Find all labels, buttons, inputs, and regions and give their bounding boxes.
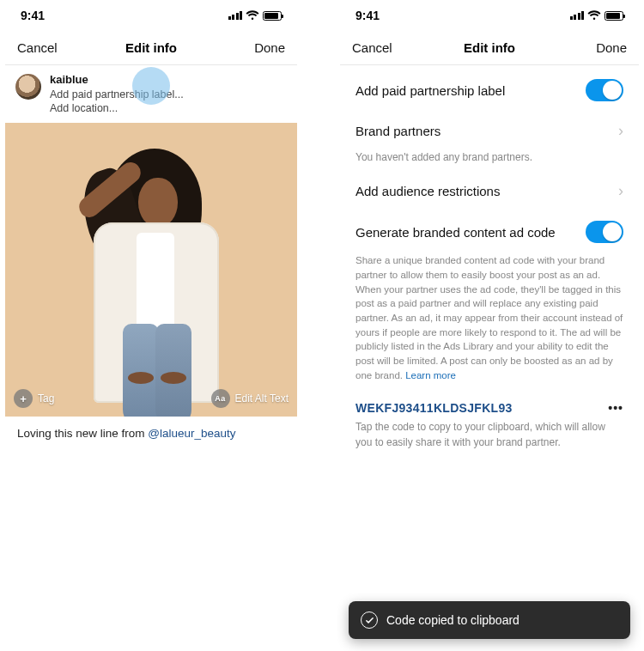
caption-mention[interactable]: @lalueur_beauty [148, 427, 235, 440]
status-time: 9:41 [355, 9, 380, 22]
generate-code-label: Generate branded content ad code [355, 225, 556, 240]
status-bar: 9:41 [340, 0, 639, 31]
generate-code-toggle[interactable] [586, 221, 623, 243]
caption[interactable]: Loving this new line from @lalueur_beaut… [5, 417, 297, 450]
more-icon[interactable]: ••• [608, 401, 623, 415]
brand-partners-hint: You haven't added any brand partners. [340, 150, 639, 172]
toast-text: Code copied to clipboard [386, 613, 519, 627]
phone-left: 9:41 Cancel Edit info Done kaiblue Add p… [5, 0, 297, 646]
battery-icon [605, 11, 623, 21]
wifi-icon [587, 10, 601, 21]
learn-more-link[interactable]: Learn more [405, 370, 456, 380]
paid-partnership-link[interactable]: Add paid partnership label... [50, 88, 184, 102]
ad-code[interactable]: WEKFJ93411KLDSJFKL93 [355, 401, 513, 415]
audience-restrictions-row[interactable]: Add audience restrictions › [340, 172, 639, 210]
alt-text-label: Edit Alt Text [235, 392, 289, 405]
settings-list: Add paid partnership label Brand partner… [340, 65, 639, 457]
tag-button[interactable]: + Tag [14, 389, 54, 408]
avatar[interactable] [15, 74, 41, 100]
photo-subject [52, 140, 250, 417]
toast: Code copied to clipboard [349, 601, 630, 639]
ad-code-hint: Tap the code to copy to your clipboard, … [340, 420, 639, 457]
status-bar: 9:41 [5, 0, 297, 31]
status-icons [570, 10, 624, 21]
post-header: kaiblue Add paid partnership label... Ad… [5, 65, 297, 123]
post-header-text: kaiblue Add paid partnership label... Ad… [50, 72, 184, 116]
navbar: Cancel Edit info Done [5, 31, 297, 65]
plus-icon: + [14, 389, 33, 408]
cellular-icon [228, 11, 243, 20]
brand-partners-label: Brand partners [355, 124, 440, 138]
post-photo[interactable]: + Tag Aa Edit Alt Text [5, 123, 297, 417]
generate-code-hint-text: Share a unique branded content ad code w… [355, 255, 623, 380]
cellular-icon [570, 11, 585, 20]
wifi-icon [246, 10, 259, 21]
status-time: 9:41 [21, 9, 45, 22]
tag-label: Tag [38, 392, 54, 405]
paid-partnership-row: Add paid partnership label [340, 69, 639, 112]
caption-text: Loving this new line from [17, 427, 148, 440]
check-circle-icon [361, 611, 378, 629]
add-location-link[interactable]: Add location... [50, 101, 184, 116]
paid-partnership-toggle[interactable] [586, 79, 623, 101]
generate-code-hint: Share a unique branded content ad code w… [340, 253, 639, 389]
audience-restrictions-label: Add audience restrictions [355, 184, 500, 198]
cancel-button[interactable]: Cancel [17, 40, 65, 55]
generate-code-row: Generate branded content ad code [340, 210, 639, 253]
done-button[interactable]: Done [579, 40, 627, 55]
ad-code-row: WEKFJ93411KLDSJFKL93 ••• [340, 389, 639, 420]
chevron-right-icon: › [618, 122, 623, 140]
chevron-right-icon: › [618, 182, 623, 200]
alt-text-icon: Aa [211, 389, 230, 408]
paid-partnership-label: Add paid partnership label [355, 83, 505, 98]
battery-icon [263, 11, 282, 21]
username[interactable]: kaiblue [50, 72, 184, 88]
status-icons [228, 10, 283, 21]
phone-right: 9:41 Cancel Edit info Done Add paid part… [340, 0, 639, 646]
navbar: Cancel Edit info Done [340, 31, 639, 65]
page-title: Edit info [125, 40, 177, 55]
page-title: Edit info [464, 40, 515, 55]
cancel-button[interactable]: Cancel [352, 40, 400, 55]
brand-partners-row[interactable]: Brand partners › [340, 112, 639, 150]
done-button[interactable]: Done [237, 40, 285, 55]
edit-alt-text-button[interactable]: Aa Edit Alt Text [211, 389, 289, 408]
